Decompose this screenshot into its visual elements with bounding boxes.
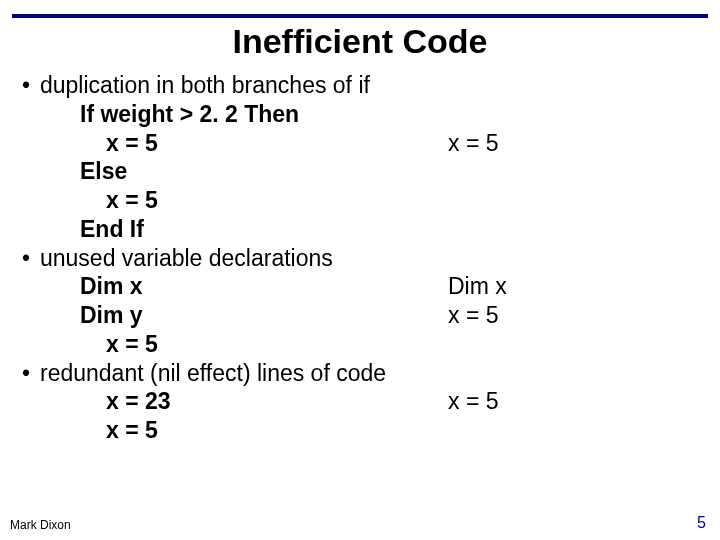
code-line: If weight > 2. 2 Then [80,100,448,129]
bullet-dot: • [18,359,40,388]
code-line: x = 23 [80,387,448,416]
bullet-3-text: redundant (nil effect) lines of code [40,359,702,388]
code-1-right: x = 5 [448,100,702,244]
code-3-left: x = 23 x = 5 [18,387,448,445]
top-rule [12,14,708,18]
slide-content: • duplication in both branches of if If … [0,71,720,445]
code-line: Else [80,157,448,186]
code-line: x = 5 [80,416,448,445]
code-block-2: Dim x Dim y x = 5 Dim x x = 5 [18,272,702,358]
code-line: x = 5 [80,129,448,158]
code-line: x = 5 [80,186,448,215]
bullet-dot: • [18,71,40,100]
bullet-3: • redundant (nil effect) lines of code [18,359,702,388]
code-2-right: Dim x x = 5 [448,272,702,358]
code-line: x = 5 [80,330,448,359]
code-line: x = 5 [448,387,702,416]
code-1-left: If weight > 2. 2 Then x = 5 Else x = 5 E… [18,100,448,244]
code-line: End If [80,215,448,244]
code-block-1: If weight > 2. 2 Then x = 5 Else x = 5 E… [18,100,702,244]
code-2-left: Dim x Dim y x = 5 [18,272,448,358]
slide-title: Inefficient Code [0,22,720,61]
code-block-3: x = 23 x = 5 x = 5 [18,387,702,445]
bullet-1-text: duplication in both branches of if [40,71,702,100]
bullet-2: • unused variable declarations [18,244,702,273]
bullet-dot: • [18,244,40,273]
code-line: x = 5 [448,129,702,158]
bullet-1: • duplication in both branches of if [18,71,702,100]
code-line: Dim y [80,301,448,330]
code-line: x = 5 [448,301,702,330]
code-line: Dim x [80,272,448,301]
bullet-2-text: unused variable declarations [40,244,702,273]
code-3-right: x = 5 [448,387,702,445]
footer-page-number: 5 [697,514,706,532]
code-line: Dim x [448,272,702,301]
footer-author: Mark Dixon [10,518,71,532]
